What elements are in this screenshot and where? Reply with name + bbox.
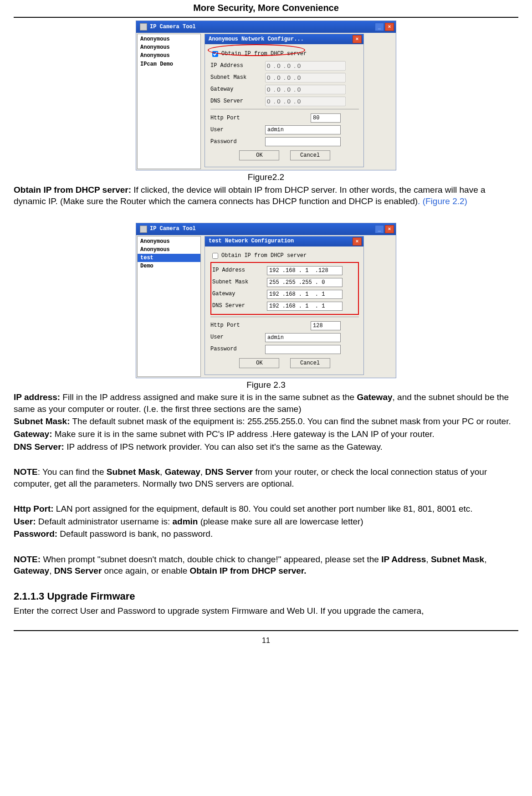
list-item[interactable]: test xyxy=(138,254,200,262)
list-item[interactable]: Anonymous xyxy=(138,51,200,60)
outer-titlebar: IP Camera Tool _ × xyxy=(136,21,396,33)
dns-label: DNS Server xyxy=(210,98,265,105)
pwd-field[interactable] xyxy=(265,345,341,354)
list-item[interactable]: Anonymous xyxy=(138,35,200,43)
figure-2-3: IP Camera Tool _ × Anonymous Anonymous t… xyxy=(136,223,396,378)
dhcp-checkbox[interactable] xyxy=(212,51,218,57)
list-item[interactable]: Demo xyxy=(138,262,200,270)
highlight-box: IP Address Subnet Mask Gateway DNS Serve… xyxy=(210,262,359,315)
section-heading: 2.1.1.3 Upgrade Firmware xyxy=(14,590,518,603)
outer-titlebar: IP Camera Tool _ × xyxy=(136,223,396,235)
cancel-button[interactable]: Cancel xyxy=(290,358,330,368)
ip-label: IP Address xyxy=(210,62,265,69)
dns-field[interactable] xyxy=(267,302,343,311)
paragraph: User: Default administrator username is:… xyxy=(14,516,518,528)
close-icon[interactable]: × xyxy=(353,35,362,43)
port-field[interactable] xyxy=(311,321,341,330)
list-item[interactable]: Anonymous xyxy=(138,246,200,254)
mask-field xyxy=(265,73,346,82)
figure-caption: Figure 2.3 xyxy=(14,379,518,391)
gateway-field[interactable] xyxy=(267,290,343,299)
mask-label: Subnet Mask xyxy=(212,278,267,286)
user-field[interactable] xyxy=(265,125,341,134)
port-label: Http Port xyxy=(210,322,265,329)
port-field[interactable] xyxy=(311,113,341,123)
pwd-label: Password xyxy=(210,345,265,353)
paragraph: Subnet Mask: The default subnet mask of … xyxy=(14,416,518,427)
figure-caption: Figure2.2 xyxy=(14,171,518,183)
paragraph: DNS Server: IP address of IPS network pr… xyxy=(14,441,518,453)
minimize-icon[interactable]: _ xyxy=(375,23,384,31)
gateway-field xyxy=(265,85,346,94)
figure-2-2: IP Camera Tool _ × Anonymous Anonymous A… xyxy=(136,21,396,170)
close-icon[interactable]: × xyxy=(353,237,362,246)
user-label: User xyxy=(210,334,265,341)
minimize-icon[interactable]: _ xyxy=(375,225,384,233)
port-label: Http Port xyxy=(210,114,265,122)
close-icon[interactable]: × xyxy=(385,23,394,31)
paragraph: Obtain IP from DHCP server: If clicked, … xyxy=(14,184,518,207)
gateway-label: Gateway xyxy=(210,86,265,93)
list-item[interactable]: Anonymous xyxy=(138,43,200,51)
pwd-field[interactable] xyxy=(265,137,341,146)
page-header: More Security, More Convenience xyxy=(14,0,518,18)
list-item[interactable]: Anonymous xyxy=(138,237,200,246)
app-icon xyxy=(140,226,147,233)
paragraph: IP address: Fill in the IP address assig… xyxy=(14,391,518,415)
dns-label: DNS Server xyxy=(212,302,267,309)
paragraph: Gateway: Make sure it is in the same sub… xyxy=(14,428,518,440)
page-number: 11 xyxy=(14,630,518,646)
paragraph: Enter the correct User and Password to u… xyxy=(14,605,518,617)
ok-button[interactable]: OK xyxy=(239,358,279,368)
network-config-dialog: Anonymous Network Configur... × Obtain I… xyxy=(205,34,364,167)
dialog-title: Anonymous Network Configur... xyxy=(209,36,304,43)
mask-field[interactable] xyxy=(267,278,343,287)
ip-field xyxy=(265,61,346,71)
user-label: User xyxy=(210,126,265,134)
list-item[interactable]: IPcam Demo xyxy=(138,60,200,68)
mask-label: Subnet Mask xyxy=(210,74,265,81)
cancel-button[interactable]: Cancel xyxy=(290,150,330,160)
close-icon[interactable]: × xyxy=(385,225,394,233)
paragraph: NOTE: When prompt "subnet doesn't match,… xyxy=(14,554,518,577)
outer-title: IP Camera Tool xyxy=(150,23,196,31)
network-config-dialog: test Network Configuration × Obtain IP f… xyxy=(205,236,364,375)
user-field[interactable] xyxy=(265,333,341,342)
pwd-label: Password xyxy=(210,138,265,145)
app-icon xyxy=(140,23,147,31)
dhcp-label: Obtain IP from DHCP server xyxy=(221,50,307,57)
gateway-label: Gateway xyxy=(212,290,267,298)
ok-button[interactable]: OK xyxy=(239,150,279,160)
paragraph: NOTE: You can find the Subnet Mask, Gate… xyxy=(14,466,518,489)
camera-list[interactable]: Anonymous Anonymous test Demo xyxy=(137,236,201,377)
ip-field[interactable] xyxy=(267,266,343,275)
outer-title: IP Camera Tool xyxy=(150,225,196,232)
dhcp-label: Obtain IP from DHCP server xyxy=(221,252,307,259)
paragraph: Password: Default password is bank, no p… xyxy=(14,528,518,540)
dns-field xyxy=(265,97,346,106)
dialog-title: test Network Configuration xyxy=(209,237,294,245)
camera-list[interactable]: Anonymous Anonymous Anonymous IPcam Demo xyxy=(137,34,201,169)
ip-label: IP Address xyxy=(212,267,267,274)
dhcp-checkbox[interactable] xyxy=(212,253,218,259)
paragraph: Http Port: LAN port assigned for the equ… xyxy=(14,503,518,515)
